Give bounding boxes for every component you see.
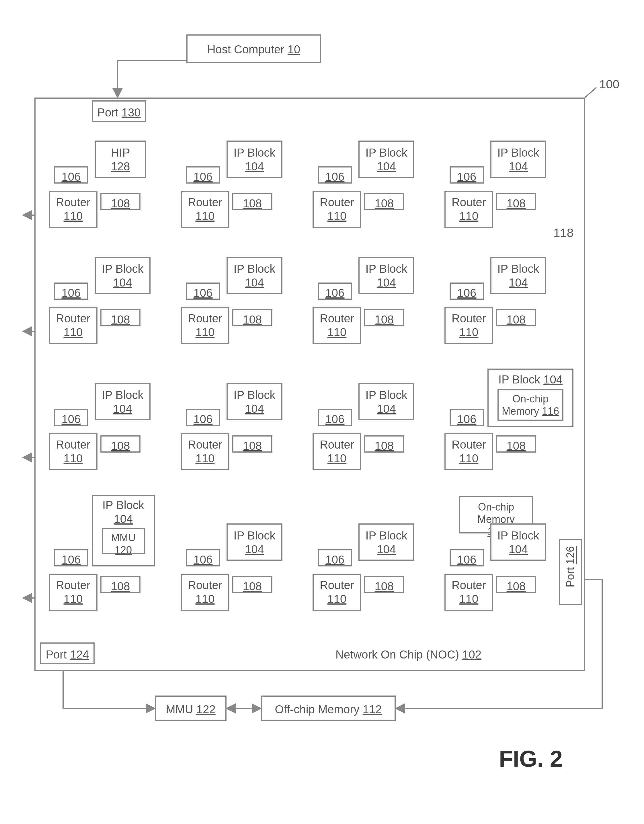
adapter-106-r3-c3: 106 [450, 549, 484, 566]
port-124-label: Port [46, 648, 66, 661]
onchip-114-label: On-chip Memory [477, 501, 515, 525]
adapter-106-r2-c2: 106 [318, 409, 352, 426]
hip-128: HIP128 [95, 140, 146, 178]
controller-108-r2-c0: 108 [100, 435, 140, 453]
adapter-106-r2-c3: 106 [450, 409, 484, 426]
router-r1-c1: Router110 [181, 307, 229, 344]
controller-108-r1-c1: 108 [232, 309, 272, 326]
controller-108-r3-c0: 108 [100, 576, 140, 593]
controller-108-r1-c0: 108 [100, 309, 140, 326]
router-r3-c1: Router110 [181, 573, 229, 611]
controller-108-r0-c1: 108 [232, 193, 272, 210]
router-r2-c0: Router110 [49, 433, 97, 470]
ip-block-r2-c2: IP Block104 [358, 383, 414, 420]
controller-108-r3-c2: 108 [364, 576, 404, 593]
router-r3-c0: Router110 [49, 573, 97, 611]
port-124-num: 124 [70, 648, 89, 661]
controller-108-r0-c0: 108 [100, 193, 140, 210]
offchip-memory: Off-chip Memory 112 [261, 695, 396, 721]
router-r3-c2: Router110 [312, 573, 361, 611]
host-label: Host Computer [207, 43, 284, 55]
noc-text: Network On Chip (NOC) [335, 648, 459, 661]
ip-block-mmu-120: IP Block104MMU120 [92, 495, 155, 566]
port-130: Port 130 [92, 100, 146, 122]
ip-block-r2-c0: IP Block104 [95, 383, 151, 420]
host-num: 10 [287, 43, 300, 55]
adapter-106-r0-c3: 106 [450, 166, 484, 184]
controller-108-r0-c3: 108 [496, 193, 536, 210]
onchip-memory-116: On-chip Memory 116 [498, 389, 563, 421]
adapter-106-r2-c1: 106 [186, 409, 220, 426]
ref-100: 100 [599, 77, 619, 91]
controller-108-r1-c2: 108 [364, 309, 404, 326]
port-126: Port 126 [559, 539, 582, 605]
controller-108-r3-c3: 108 [496, 576, 536, 593]
adapter-106-r3-c0: 106 [54, 549, 88, 566]
router-r0-c0: Router110 [49, 191, 97, 228]
figure-label: FIG. 2 [499, 746, 563, 772]
ip-block-r0-c3: IP Block104 [490, 140, 546, 178]
router-r2-c3: Router110 [444, 433, 493, 470]
adapter-106-r0-c2: 106 [318, 166, 352, 184]
ip-block-r1-c2: IP Block104 [358, 257, 414, 294]
router-r1-c3: Router110 [444, 307, 493, 344]
router-r2-c1: Router110 [181, 433, 229, 470]
port-126-num: 126 [564, 546, 576, 564]
controller-108-r2-c1: 108 [232, 435, 272, 453]
controller-108-r3-c1: 108 [232, 576, 272, 593]
noc-num: 102 [462, 648, 481, 661]
port-124: Port 124 [40, 643, 95, 664]
adapter-106-r3-c1: 106 [186, 549, 220, 566]
ip-block-r0-c2: IP Block104 [358, 140, 414, 178]
adapter-106-r1-c0: 106 [54, 283, 88, 300]
noc-label: Network On Chip (NOC) 102 [335, 648, 481, 661]
mmu-122-num: 122 [197, 703, 216, 716]
ip-block-r2-c1: IP Block104 [226, 383, 283, 420]
port-126-label: Port [564, 567, 576, 587]
controller-108-r1-c3: 108 [496, 309, 536, 326]
router-r1-c2: Router110 [312, 307, 361, 344]
controller-108-r0-c2: 108 [364, 193, 404, 210]
router-r0-c1: Router110 [181, 191, 229, 228]
router-r3-c3: Router110 [444, 573, 493, 611]
ip-block-r1-c0: IP Block104 [95, 257, 151, 294]
controller-108-r2-c2: 108 [364, 435, 404, 453]
adapter-106-r0-c0: 106 [54, 166, 88, 184]
ip-block-r3-c3: IP Block104 [490, 523, 546, 561]
mmu-122: MMU 122 [155, 695, 226, 721]
adapter-106-r2-c0: 106 [54, 409, 88, 426]
router-r1-c0: Router110 [49, 307, 97, 344]
ip-block-r3-c2: IP Block104 [358, 523, 414, 561]
adapter-106-r3-c2: 106 [318, 549, 352, 566]
controller-108-r2-c3: 108 [496, 435, 536, 453]
host-computer-block: Host Computer 10 [186, 34, 321, 63]
adapter-106-r0-c1: 106 [186, 166, 220, 184]
router-r2-c2: Router110 [312, 433, 361, 470]
mmu-122-label: MMU [166, 703, 193, 716]
router-r0-c3: Router110 [444, 191, 493, 228]
ref-118: 118 [553, 226, 573, 240]
offchip-label: Off-chip Memory [275, 703, 360, 716]
ip-block-r3-c1: IP Block104 [226, 523, 283, 561]
ip-block-onchip-116: IP Block 104On-chip Memory 116 [487, 369, 573, 427]
ip-block-r1-c3: IP Block104 [490, 257, 546, 294]
mmu-120: MMU120 [102, 528, 145, 554]
adapter-106-r1-c3: 106 [450, 283, 484, 300]
adapter-106-r1-c1: 106 [186, 283, 220, 300]
adapter-106-r1-c2: 106 [318, 283, 352, 300]
port-130-num: 130 [121, 106, 141, 119]
ip-block-r0-c1: IP Block104 [226, 140, 283, 178]
router-r0-c2: Router110 [312, 191, 361, 228]
offchip-num: 112 [363, 703, 382, 716]
ip-block-r1-c1: IP Block104 [226, 257, 283, 294]
diagram-page: Host Computer 10 100 118 Network On Chip… [11, 11, 633, 813]
port-130-label: Port [97, 106, 118, 119]
